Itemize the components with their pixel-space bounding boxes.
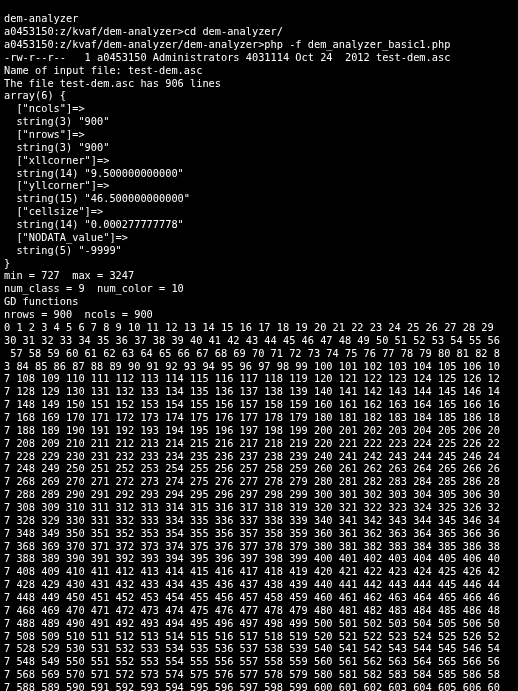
output-line: ["yllcorner"]=> [4, 179, 514, 192]
output-line: 7 488 489 490 491 492 493 494 495 496 49… [4, 617, 514, 630]
output-line: 7 248 249 250 251 252 253 254 255 256 25… [4, 462, 514, 475]
output-line: 7 368 369 370 371 372 373 374 375 376 37… [4, 540, 514, 553]
output-line: ["NODATA_value"]=> [4, 231, 514, 244]
output-line: 57 58 59 60 61 62 63 64 65 66 67 68 69 7… [4, 347, 514, 360]
output-line: 7 188 189 190 191 192 193 194 195 196 19… [4, 424, 514, 437]
output-line: 7 388 389 390 391 392 393 394 395 396 39… [4, 552, 514, 565]
output-line: Name of input file: test-dem.asc [4, 64, 514, 77]
output-line: 7 348 349 350 351 352 353 354 355 356 35… [4, 527, 514, 540]
output-line: ["cellsize"]=> [4, 205, 514, 218]
output-line: string(14) "0.000277777778" [4, 218, 514, 231]
output-line: string(15) "46.500000000000" [4, 192, 514, 205]
output-line: 7 508 509 510 511 512 513 514 515 516 51… [4, 630, 514, 643]
output-line: 7 528 529 530 531 532 533 534 535 536 53… [4, 642, 514, 655]
output-line: num_class = 9 num_color = 10 [4, 282, 514, 295]
output-line: string(14) "9.500000000000" [4, 167, 514, 180]
output-line: 7 328 329 330 331 332 333 334 335 336 33… [4, 514, 514, 527]
output-line: dem-analyzer [4, 12, 514, 25]
output-line: a0453150:z/kvaf/dem-analyzer>cd dem-anal… [4, 25, 514, 38]
output-line: 7 448 449 450 451 452 453 454 455 456 45… [4, 591, 514, 604]
output-line: nrows = 900 ncols = 900 [4, 308, 514, 321]
output-line: a0453150:z/kvaf/dem-analyzer/dem-analyze… [4, 38, 514, 51]
output-line: string(3) "900" [4, 115, 514, 128]
output-line: 7 288 289 290 291 292 293 294 295 296 29… [4, 488, 514, 501]
output-line: } [4, 257, 514, 270]
output-line: array(6) { [4, 89, 514, 102]
terminal-output[interactable]: dem-analyzera0453150:z/kvaf/dem-analyzer… [0, 10, 518, 691]
output-line: 7 228 229 230 231 232 233 234 235 236 23… [4, 450, 514, 463]
output-line: The file test-dem.asc has 906 lines [4, 77, 514, 90]
output-line: string(3) "900" [4, 141, 514, 154]
output-line: min = 727 max = 3247 [4, 269, 514, 282]
output-line: 7 588 589 590 591 592 593 594 595 596 59… [4, 681, 514, 691]
output-line: ["xllcorner"]=> [4, 154, 514, 167]
output-line: 7 148 149 150 151 152 153 154 155 156 15… [4, 398, 514, 411]
output-line: 7 168 169 170 171 172 173 174 175 176 17… [4, 411, 514, 424]
output-line: 7 308 309 310 311 312 313 314 315 316 31… [4, 501, 514, 514]
output-line: ["ncols"]=> [4, 102, 514, 115]
output-line: 7 548 549 550 551 552 553 554 555 556 55… [4, 655, 514, 668]
output-line: 3 84 85 86 87 88 89 90 91 92 93 94 95 96… [4, 360, 514, 373]
output-line: string(5) "-9999" [4, 244, 514, 257]
output-line: 7 268 269 270 271 272 273 274 275 276 27… [4, 475, 514, 488]
output-line: 7 428 429 430 431 432 433 434 435 436 43… [4, 578, 514, 591]
output-line: 7 408 409 410 411 412 413 414 415 416 41… [4, 565, 514, 578]
output-line: ["nrows"]=> [4, 128, 514, 141]
output-line: 30 31 32 33 34 35 36 37 38 39 40 41 42 4… [4, 334, 514, 347]
output-line: 7 468 469 470 471 472 473 474 475 476 47… [4, 604, 514, 617]
output-line: 7 208 209 210 211 212 213 214 215 216 21… [4, 437, 514, 450]
output-line: 7 128 129 130 131 132 133 134 135 136 13… [4, 385, 514, 398]
output-line: 0 1 2 3 4 5 6 7 8 9 10 11 12 13 14 15 16… [4, 321, 514, 334]
output-line: GD functions [4, 295, 514, 308]
output-line: 7 568 569 570 571 572 573 574 575 576 57… [4, 668, 514, 681]
output-line: 7 108 109 110 111 112 113 114 115 116 11… [4, 372, 514, 385]
output-line: -rw-r--r-- 1 a0453150 Administrators 403… [4, 51, 514, 64]
